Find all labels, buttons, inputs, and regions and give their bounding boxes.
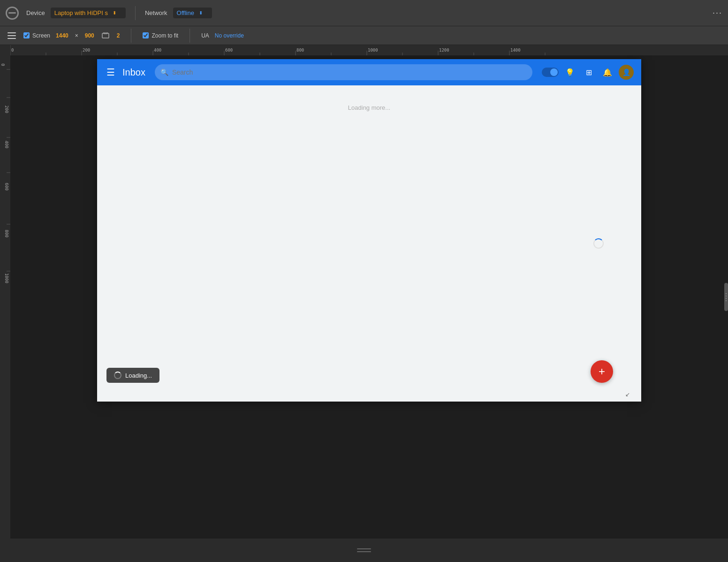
dpr-badge: 2 [117, 32, 120, 39]
top-toolbar: Device Laptop with HiDPI s Network Offli… [0, 0, 728, 26]
content-spinner-container [593, 238, 604, 249]
browser-frame: ☰ Inbox 🔍 💡 ⊞ 🔔 👤 Loading [97, 59, 641, 402]
app-menu-icon[interactable]: ☰ [105, 65, 117, 80]
svg-text:1200: 1200 [439, 48, 449, 53]
network-label: Network [145, 9, 167, 16]
lightbulb-icon[interactable]: 💡 [562, 65, 577, 80]
toolbar-divider-2 [131, 29, 131, 43]
loading-overlay-spinner [114, 372, 121, 379]
zoom-to-fit-checkbox[interactable] [143, 32, 149, 38]
ruler-left: 0 200 400 600 800 1000 [0, 55, 10, 539]
zoom-to-fit-label: Zoom to fit [152, 32, 178, 39]
svg-text:400: 400 [154, 48, 161, 53]
svg-text:200: 200 [83, 48, 90, 53]
ua-value: No override [215, 32, 244, 39]
collapse-arrow[interactable]: ↙ [625, 391, 630, 398]
ruler-corner [0, 45, 10, 55]
search-bar[interactable]: 🔍 [155, 64, 532, 80]
svg-text:0: 0 [1, 63, 6, 66]
zoom-to-fit-checkbox-item[interactable]: Zoom to fit [143, 32, 178, 39]
svg-text:600: 600 [225, 48, 233, 53]
hamburger-icon[interactable] [6, 30, 18, 41]
screen-checkbox-item[interactable]: Screen [23, 32, 50, 39]
loading-overlay-text: Loading... [125, 372, 152, 379]
screen-label: Screen [32, 32, 50, 39]
ua-label: UA [201, 32, 209, 39]
no-entry-icon [6, 7, 19, 20]
network-status-label: Offline [177, 9, 194, 16]
viewport-wrapper: ☰ Inbox 🔍 💡 ⊞ 🔔 👤 Loading [10, 55, 728, 539]
loading-more-text: Loading more... [348, 104, 390, 111]
search-input[interactable] [172, 68, 527, 76]
svg-text:1000: 1000 [368, 48, 378, 53]
svg-text:200: 200 [4, 106, 9, 113]
network-dropdown-button[interactable]: Offline [173, 8, 212, 18]
compose-fab-button[interactable]: + [591, 360, 613, 383]
dark-mode-toggle[interactable] [542, 68, 559, 77]
svg-text:1000: 1000 [4, 273, 9, 283]
toolbar-divider-3 [190, 29, 190, 43]
screenshot-icon[interactable] [100, 31, 111, 40]
user-avatar[interactable]: 👤 [619, 65, 634, 80]
svg-text:1400: 1400 [510, 48, 521, 53]
app-title: Inbox [122, 67, 145, 78]
screen-height: 900 [85, 32, 94, 39]
screen-width: 1440 [56, 32, 68, 39]
ruler-top-container: 0 200 400 600 800 1000 1200 1400 [0, 45, 728, 55]
device-name-label: Laptop with HiDPI s [54, 9, 108, 16]
device-label: Device [26, 9, 45, 16]
bottom-area [0, 539, 728, 562]
bottom-handle[interactable] [357, 548, 371, 552]
resize-handle[interactable] [724, 283, 728, 311]
header-right-icons: 💡 ⊞ 🔔 👤 [542, 65, 634, 80]
svg-text:800: 800 [4, 230, 9, 237]
ruler-top-svg: 0 200 400 600 800 1000 1200 1400 [10, 45, 728, 55]
device-dropdown-button[interactable]: Laptop with HiDPI s [51, 8, 126, 18]
notifications-icon[interactable]: 🔔 [600, 65, 615, 80]
toolbar-divider-1 [135, 6, 136, 20]
svg-text:400: 400 [4, 141, 9, 148]
search-icon: 🔍 [160, 68, 168, 76]
more-options-button[interactable]: ··· [713, 8, 722, 18]
svg-text:800: 800 [296, 48, 304, 53]
app-content: Loading more... + Loading... ↙ [97, 85, 641, 402]
second-toolbar: Screen 1440 × 900 2 Zoom to fit UA No ov… [0, 26, 728, 45]
screen-checkbox[interactable] [23, 32, 30, 38]
app-header: ☰ Inbox 🔍 💡 ⊞ 🔔 👤 [97, 59, 641, 85]
resize-dots [726, 293, 727, 301]
svg-text:600: 600 [4, 183, 9, 190]
loading-overlay: Loading... [106, 368, 159, 383]
toolbar-left: Device Laptop with HiDPI s Network Offli… [6, 6, 722, 20]
grid-icon[interactable]: ⊞ [581, 65, 596, 80]
svg-text:0: 0 [11, 48, 14, 53]
content-spinner [593, 238, 604, 249]
screen-times: × [75, 32, 78, 39]
main-area: 0 200 400 600 800 1000 ☰ Inbox 🔍 [0, 55, 728, 539]
